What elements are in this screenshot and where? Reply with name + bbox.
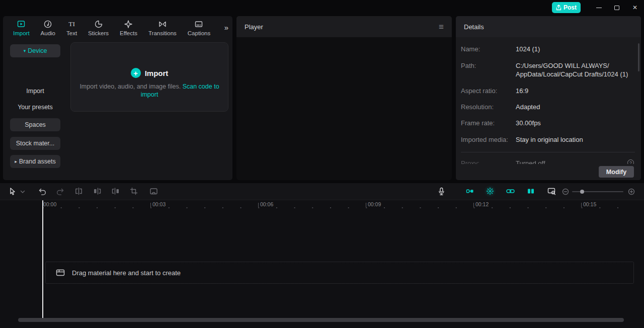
redo-button[interactable] — [56, 187, 64, 196]
ruler-tick — [581, 203, 582, 207]
tab-captions[interactable]: Captions — [184, 19, 214, 37]
timeline-toolbar — [0, 183, 644, 200]
ruler-tick — [366, 203, 366, 207]
ruler-time-label: 00:06 — [260, 202, 273, 207]
stickers-tab-icon — [94, 20, 103, 29]
player-panel: Player ≡ — [236, 16, 452, 180]
detail-imported-value: Stay in original location — [516, 136, 583, 144]
detail-row-frame-rate: Frame rate: 30.00fps — [461, 119, 635, 128]
zoom-in-button[interactable] — [628, 188, 635, 195]
split-button[interactable] — [74, 187, 83, 196]
detail-path-line1: C:/Users/GOOD WILL ALWAYS/ — [516, 62, 628, 70]
captions-tab-icon — [194, 20, 203, 29]
modify-button[interactable]: Modify — [599, 166, 634, 178]
ruler-minor-ticks — [43, 207, 632, 208]
player-menu-icon[interactable]: ≡ — [439, 23, 444, 31]
transitions-tab-icon — [158, 20, 167, 29]
detail-resolution-value: Adapted — [516, 103, 540, 112]
close-button[interactable]: ✕ — [626, 0, 644, 15]
tab-transitions[interactable]: Transitions — [144, 19, 181, 37]
minimize-button[interactable] — [590, 0, 608, 15]
ruler-tick — [473, 203, 474, 207]
details-scrollbar[interactable] — [638, 43, 639, 71]
timeline-section: 00:00 00:03 00:06 00:09 00:12 00:15 Drag… — [0, 183, 644, 328]
ruler-time-label: 00:03 — [152, 202, 166, 207]
select-tool-button[interactable] — [8, 187, 17, 196]
mask-button[interactable] — [149, 187, 158, 196]
player-title: Player — [245, 23, 263, 31]
tool-dropdown-chevron-icon[interactable] — [20, 190, 25, 194]
sidebar-item-brand-assets[interactable]: ▸ Brand assets — [10, 155, 60, 168]
post-label: Post — [564, 4, 577, 11]
tab-text-label: Text — [66, 30, 77, 36]
tab-effects[interactable]: Effects — [116, 19, 141, 37]
details-panel: Details Name: 1024 (1) Path: C:/Users/GO… — [456, 16, 641, 180]
sidebar-item-your-presets[interactable]: Your presets — [3, 104, 67, 111]
detail-aspect-value: 16:9 — [516, 87, 528, 96]
expand-tabs-chevrons-icon[interactable]: » — [224, 23, 228, 32]
detail-row-name: Name: 1024 (1) — [461, 45, 635, 54]
ruler-time-label: 00:00 — [43, 202, 56, 207]
ruler-mark-3: 00:09 — [366, 202, 381, 207]
detail-name-value: 1024 (1) — [516, 45, 540, 54]
close-icon: ✕ — [632, 4, 637, 11]
details-divider — [461, 152, 635, 152]
auto-snap-button[interactable] — [486, 187, 494, 195]
link-button[interactable] — [506, 187, 515, 195]
tab-audio[interactable]: Audio — [37, 19, 59, 37]
tab-transitions-label: Transitions — [148, 30, 177, 36]
playhead[interactable] — [42, 200, 43, 319]
main-track-magnet-button[interactable] — [466, 187, 474, 195]
record-voiceover-button[interactable] — [437, 187, 446, 196]
delete-right-button[interactable] — [111, 187, 120, 196]
audio-tab-icon — [43, 20, 52, 29]
fit-timeline-button[interactable] — [547, 187, 556, 196]
tab-effects-label: Effects — [120, 30, 137, 36]
zoom-out-button[interactable] — [562, 188, 569, 195]
sidebar-item-import[interactable]: Import — [3, 88, 67, 95]
ruler-tick — [258, 203, 259, 207]
import-dropzone[interactable]: + Import Import video, audio, and image … — [70, 42, 228, 112]
details-title: Details — [464, 23, 484, 31]
player-header: Player ≡ — [236, 16, 452, 37]
info-icon: ? — [627, 159, 634, 164]
sidebar-item-device[interactable]: ▾ Device — [10, 44, 60, 57]
media-tabbar: Import Audio TI Text Stickers Effects — [3, 16, 221, 39]
preview-axis-button[interactable] — [527, 187, 535, 195]
detail-row-imported-media: Imported media: Stay in original locatio… — [461, 136, 635, 144]
sidebar-spaces-label: Spaces — [25, 121, 46, 128]
details-body: Name: 1024 (1) Path: C:/Users/GOOD WILL … — [456, 37, 641, 164]
timeline-empty-hint: Drag material here and start to create — [72, 269, 181, 277]
caret-down-icon: ▾ — [24, 49, 26, 53]
timeline-dropzone[interactable]: Drag material here and start to create — [45, 262, 634, 284]
timeline-zoom-slider[interactable] — [572, 191, 623, 192]
delete-left-button[interactable] — [93, 187, 102, 196]
tab-import-label: Import — [13, 30, 30, 36]
detail-row-resolution: Resolution: Adapted — [461, 103, 635, 112]
tab-stickers[interactable]: Stickers — [84, 19, 113, 37]
sidebar-item-stock-materials[interactable]: Stock mater... — [10, 137, 60, 150]
maximize-icon — [614, 6, 619, 10]
tab-import[interactable]: Import — [9, 19, 34, 37]
ruler-time-label: 00:12 — [475, 202, 489, 207]
ruler-mark-4: 00:12 — [473, 202, 489, 207]
plus-icon: + — [131, 68, 141, 78]
tab-text[interactable]: TI Text — [62, 19, 81, 37]
share-icon — [556, 5, 561, 11]
post-button[interactable]: Post — [552, 2, 581, 13]
details-footer: Modify — [456, 164, 641, 180]
timeline-scrollbar[interactable] — [18, 318, 624, 322]
undo-button[interactable] — [38, 187, 47, 196]
ruler-time-label: 00:15 — [583, 202, 596, 207]
crop-button[interactable] — [130, 187, 138, 195]
detail-resolution-label: Resolution: — [461, 103, 516, 112]
tab-audio-label: Audio — [41, 30, 55, 36]
zoom-slider-handle[interactable] — [580, 190, 584, 194]
sidebar-item-spaces[interactable]: Spaces — [10, 118, 60, 131]
ruler-mark-5: 00:15 — [581, 202, 596, 207]
maximize-button[interactable] — [608, 0, 626, 15]
detail-path-line2: AppData/Local/CapCut Drafts/1024 (1) — [516, 70, 628, 79]
detail-aspect-label: Aspect ratio: — [461, 87, 516, 96]
media-sidebar: ▾ Device Import Your presets Spaces Stoc… — [3, 39, 67, 180]
import-desc-text: Import video, audio, and image files. — [79, 83, 182, 90]
